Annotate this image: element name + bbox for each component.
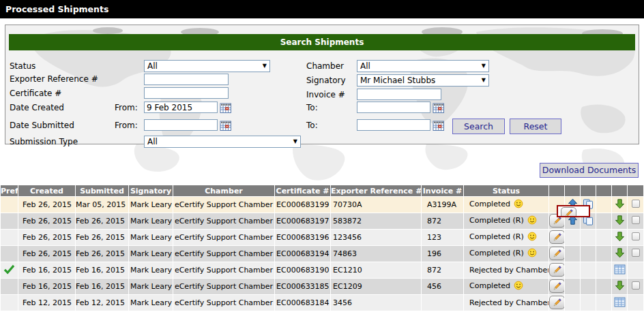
row-select-checkbox[interactable] [632, 249, 640, 257]
submission-type-select-value: All [147, 137, 158, 146]
cell-chamber: eCertify Support Chamber [173, 230, 274, 245]
cell-edit [549, 295, 564, 311]
cell-spacer [596, 213, 611, 229]
cell-status: Completed (R) [464, 230, 548, 245]
chamber-select[interactable]: All ▼ [357, 60, 489, 72]
edit-button[interactable] [549, 263, 564, 277]
cell-signatory: Mark Leary [129, 230, 173, 245]
cell-signatory: Mark Leary [129, 197, 173, 213]
cell-copy [581, 279, 596, 294]
signatory-select[interactable]: Mr Michael Stubbs ▼ [357, 74, 489, 87]
smiley-icon [514, 199, 523, 210]
calendar-icon[interactable] [433, 120, 445, 131]
cell-status: Completed (R) [464, 246, 548, 262]
download-documents-button[interactable]: Download Documents [540, 163, 639, 178]
cell-submitted: Feb 16, 2015 [76, 279, 128, 294]
submission-type-select[interactable]: All ▼ [144, 136, 301, 148]
cell-signatory: Mark Leary [129, 213, 173, 229]
search-panel-header: Search Shipments [9, 34, 635, 50]
col-header-signatory: Signatory [129, 185, 173, 196]
row-select-checkbox[interactable] [632, 232, 640, 240]
download-arrow-icon[interactable] [615, 198, 625, 209]
cell-exporter-ref: 3456 [331, 295, 421, 311]
col-header-status: Status [464, 185, 548, 196]
edit-button[interactable] [561, 207, 564, 213]
table-row: Feb 26, 2015Feb 26, 2015Mark LearyeCerti… [1, 213, 643, 229]
cell-created: Feb 26, 2015 [18, 197, 75, 213]
cell-submitted: Feb 26, 2015 [76, 246, 128, 262]
cell-spacer [596, 246, 611, 262]
edit-selected-highlight [557, 205, 564, 213]
edit-button[interactable] [549, 230, 564, 244]
cell-signatory: Mark Leary [129, 295, 173, 311]
calendar-icon[interactable] [220, 120, 232, 131]
download-arrow-icon[interactable] [615, 215, 625, 225]
submission-type-label: Submission Type [10, 137, 78, 146]
col-header-pref: Pref. [1, 185, 18, 196]
cell-select [628, 246, 643, 262]
cell-upload [565, 246, 580, 262]
cell-upload [565, 279, 580, 294]
cell-submitted: Feb 16, 2015 [76, 262, 128, 278]
cell-chamber: eCertify Support Chamber [173, 197, 274, 213]
edit-button[interactable] [549, 279, 564, 293]
col-header-created: Created [18, 185, 75, 196]
cell-status: Completed [464, 197, 548, 213]
cell-pref [1, 295, 18, 311]
cell-certificate: EC000633185 [275, 279, 330, 294]
edit-button[interactable] [549, 247, 564, 260]
cell-created: Feb 16, 2015 [18, 262, 75, 278]
cell-chamber: eCertify Support Chamber [173, 213, 274, 229]
date-created-to-input[interactable] [357, 102, 430, 113]
calendar-icon[interactable] [220, 102, 232, 114]
calendar-icon[interactable] [433, 102, 445, 114]
table-row: Feb 16, 2015Feb 16, 2015Mark LearyeCerti… [1, 279, 643, 294]
certificate-input[interactable] [144, 87, 229, 99]
cell-exporter-ref: 123456 [331, 230, 421, 245]
cell-chamber: eCertify Support Chamber [173, 279, 274, 294]
exporter-ref-input[interactable] [144, 74, 229, 85]
invoice-input[interactable] [357, 89, 441, 100]
status-text: Completed [469, 200, 510, 208]
cell-document [612, 213, 627, 229]
smiley-icon [527, 232, 537, 243]
download-arrow-icon[interactable] [615, 247, 625, 258]
reset-button[interactable]: Reset [510, 119, 561, 134]
details-grid-icon[interactable] [614, 297, 626, 307]
date-created-from-input[interactable] [144, 102, 218, 113]
date-submitted-to-input[interactable] [357, 119, 430, 131]
cell-status: Rejected by Chamber [464, 262, 548, 278]
cell-select [628, 279, 643, 294]
cell-status: Completed (R) [464, 213, 548, 229]
status-text: Completed [469, 281, 510, 290]
search-button[interactable]: Search [452, 119, 505, 134]
edit-button[interactable] [549, 296, 564, 309]
row-select-checkbox[interactable] [632, 281, 640, 290]
row-select-checkbox[interactable] [632, 216, 640, 224]
cell-copy [581, 246, 596, 262]
date-submitted-to-label: To: [306, 121, 318, 130]
cell-invoice: 872 [422, 213, 463, 229]
date-submitted-from-input[interactable] [144, 119, 218, 131]
cell-select [628, 262, 643, 278]
cell-select [628, 230, 643, 245]
details-grid-icon[interactable] [614, 264, 626, 275]
shipments-table: Pref.CreatedSubmittedSignatoryChamberCer… [0, 185, 644, 311]
row-select-checkbox[interactable] [632, 200, 640, 208]
date-submitted-from-label: From: [115, 121, 138, 130]
download-arrow-icon[interactable] [615, 280, 625, 291]
edit-wrap [549, 279, 564, 293]
cell-certificate: EC000683190 [275, 262, 330, 278]
cell-upload [565, 295, 580, 311]
cell-spacer [596, 262, 611, 278]
cell-exporter-ref: EC1209 [331, 279, 421, 294]
invoice-label: Invoice # [306, 90, 345, 99]
date-created-label: Date Created [10, 103, 64, 112]
signatory-select-value: Mr Michael Stubbs [360, 76, 435, 85]
cell-chamber: eCertify Support Chamber [173, 295, 274, 311]
status-text: Rejected by Chamber [469, 266, 548, 275]
status-select[interactable]: All ▼ [144, 60, 270, 72]
date-created-from-label: From: [115, 103, 138, 112]
download-arrow-icon[interactable] [615, 231, 625, 242]
cell-document [612, 230, 627, 245]
